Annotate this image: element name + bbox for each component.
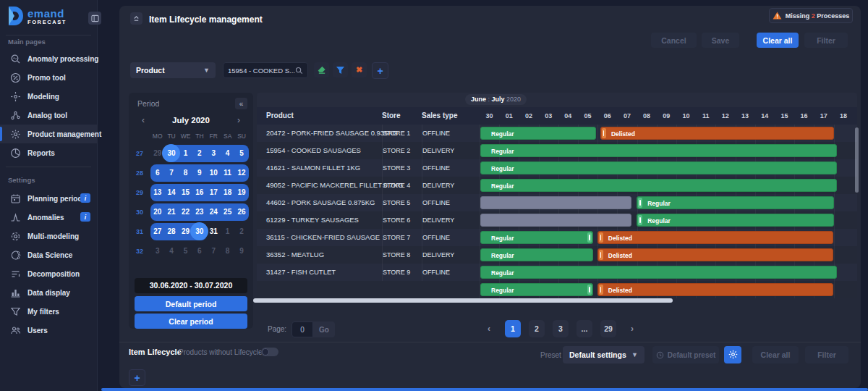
quick-filter-button[interactable] [333,62,348,77]
calendar-day[interactable]: 22 [179,203,192,221]
vertical-scrollbar-thumb[interactable] [855,127,859,193]
bar-edge-marker[interactable] [587,285,592,295]
calendar-day[interactable]: 2 [234,223,248,240]
default-preset-button[interactable]: Default preset [652,346,719,363]
calendar-day[interactable]: 30 [164,145,178,162]
page-number-input[interactable] [292,321,313,337]
products-without-lifecycle-toggle[interactable] [261,348,278,356]
calendar-day[interactable]: 31 [207,223,221,240]
preset-select[interactable]: Default settings ▼ [563,346,644,363]
lifecycle-bar-regular[interactable]: Regular [480,283,593,296]
table-row[interactable]: 20472 - PORK-FRIED SAUSAGE 0.935KGSTORE … [257,125,857,142]
calendar-day[interactable]: 19 [234,184,248,201]
next-page-button[interactable]: › [624,320,640,337]
lifecycle-bar-regular[interactable]: Regular [637,214,834,227]
add-lifecycle-button[interactable]: + [129,369,145,386]
sidebar-item-planning-period[interactable]: Planning periodi [0,189,98,208]
info-badge[interactable]: i [80,193,90,203]
calendar-day[interactable]: 10 [207,164,221,182]
next-month-button[interactable]: › [233,114,244,126]
bar-edge-marker[interactable] [602,128,606,138]
calendar-day[interactable]: 9 [192,164,206,182]
table-row[interactable]: 36115 - CHICKEN-FRIED SAUSAGESTORE 7OFFL… [257,229,857,246]
calendar-day[interactable]: 7 [164,164,178,182]
calendar-day[interactable]: 3 [150,243,164,260]
table-row[interactable]: 44602 - PORK SAUSAGE 0.875KGSTORE 5OFFLI… [257,194,857,211]
sidebar-item-users[interactable]: Users [0,321,98,340]
sidebar-item-modeling[interactable]: Modeling [0,87,98,106]
calendar-day[interactable]: 12 [234,164,248,182]
calendar-day[interactable]: 4 [164,243,178,260]
calendar-day[interactable]: 18 [221,184,234,201]
lifecycle-bar-regular[interactable]: Regular [480,127,596,140]
sidebar-item-promo-tool[interactable]: Promo tool [0,68,98,87]
lifecycle-bar-empty[interactable] [480,196,631,209]
table-row[interactable]: 36352 - MEATLUGSTORE 8DELIVERYRegularDel… [257,246,857,264]
calendar-day[interactable]: 15 [179,184,192,201]
sidebar-collapse-button[interactable] [88,12,101,25]
calendar-day[interactable]: 26 [234,203,248,221]
eraser-button[interactable] [314,62,329,77]
page-button-3[interactable]: 3 [553,320,569,337]
horizontal-scrollbar-thumb[interactable] [253,298,673,303]
info-badge[interactable]: i [80,212,90,222]
sidebar-item-my-filters[interactable]: My filters [0,302,98,321]
missing-processes-badge[interactable]: Missing 2 Processes [769,8,853,23]
page-button-[interactable]: ... [576,320,592,337]
sidebar-item-anomalies[interactable]: Anomaliesi [0,208,98,227]
calendar-collapse-button[interactable]: « [235,98,247,109]
lifecycle-bar-delisted[interactable]: Delisted [600,127,834,140]
clear-period-button[interactable]: Clear period [135,314,247,329]
calendar-day[interactable]: 14 [164,184,178,201]
calendar-day[interactable]: 11 [221,164,234,182]
product-search-input[interactable] [228,67,295,75]
prev-month-button[interactable]: ‹ [137,114,149,126]
sidebar-item-product-management[interactable]: Product management [0,125,98,143]
calendar-day[interactable]: 1 [179,145,192,162]
prev-page-button[interactable]: ‹ [481,320,497,337]
bar-edge-marker[interactable] [599,250,603,260]
calendar-day[interactable]: 8 [221,243,234,260]
calendar-day[interactable]: 6 [150,164,164,182]
bottom-scrollbar[interactable] [101,388,868,391]
calendar-day[interactable]: 20 [150,203,164,221]
calendar-day[interactable]: 25 [221,203,234,221]
sidebar-item-multi-modeling[interactable]: Multi-modeling [0,227,98,245]
table-row[interactable]: 15954 - COOKED SAUSAGESSTORE 2DELIVERYRe… [257,142,857,159]
table-row[interactable]: 31427 - FISH CUTLETSTORE 9OFFLINERegular [257,264,857,281]
filter-button[interactable]: Filter [804,33,848,48]
calendar-day[interactable]: 5 [234,145,248,162]
calendar-day[interactable]: 2 [192,145,206,162]
footer-filter-button[interactable]: Filter [805,346,848,363]
lifecycle-bar-regular[interactable]: Regular [480,248,593,261]
lifecycle-bar-regular[interactable]: Regular [480,161,837,175]
calendar-day[interactable]: 3 [207,145,221,162]
bar-edge-marker[interactable] [587,232,592,243]
sidebar-item-analog-tool[interactable]: Analog tool [0,106,98,125]
calendar-day[interactable]: 23 [192,203,206,221]
lifecycle-bar-delisted[interactable]: Delisted [597,283,833,296]
calendar-day[interactable]: 13 [150,184,164,201]
sidebar-item-data-science[interactable]: Data Science [0,245,98,264]
bar-edge-marker[interactable] [599,285,603,295]
calendar-day[interactable]: 30 [192,223,206,240]
lifecycle-bar-regular[interactable]: Regular [480,179,837,192]
bar-edge-marker[interactable] [599,232,603,243]
add-filter-button[interactable]: + [372,62,388,79]
calendar-day[interactable]: 28 [164,223,178,240]
go-button[interactable]: Go [313,321,335,337]
calendar-day[interactable]: 6 [192,243,206,260]
table-row[interactable]: 41621 - SALMON FILLET 1KGSTORE 3OFFLINER… [257,159,857,177]
clear-all-button[interactable]: Clear all [757,33,799,48]
table-row[interactable]: 49052 - PACIFIC MACKEREL FILLET 0.7KGSTO… [257,177,857,194]
calendar-day[interactable]: 5 [179,243,192,260]
page-button-1[interactable]: 1 [505,320,521,337]
footer-clear-all-button[interactable]: Clear all [752,346,799,363]
sidebar-item-decomposition[interactable]: Decomposition [0,264,98,283]
table-row[interactable]: RegularDelisted [257,281,857,298]
header-collapse-button[interactable] [130,12,142,25]
preset-settings-button[interactable] [724,346,741,363]
calendar-day[interactable]: 17 [207,184,221,201]
table-row[interactable]: 61229 - TURKEY SAUSAGESSTORE 6DELIVERYRe… [257,211,857,229]
bar-edge-marker[interactable] [638,198,642,208]
